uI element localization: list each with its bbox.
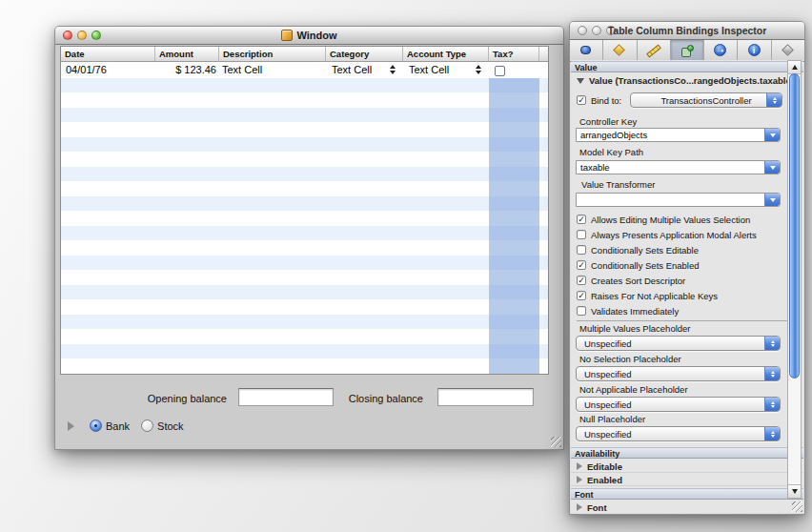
cell-account-type[interactable]: Text Cell [403,62,489,78]
popup-stepper-icon [390,65,396,74]
cell-tax[interactable] [489,62,539,78]
combo-arrow-icon[interactable] [764,161,780,174]
resize-grip[interactable] [792,501,802,512]
option-label: Creates Sort Descriptor [591,276,685,286]
option-row: ✓ Conditionally Sets Enabled [577,258,794,272]
applescript-icon [780,43,797,58]
bind-to-checkbox[interactable]: ✓ [577,95,586,105]
radio-bank[interactable] [90,419,102,432]
model-key-path-combo[interactable]: taxable [576,160,781,174]
option-row: ✓ Allows Editing Multiple Values Selecti… [577,213,794,226]
value-binding-title: Value (TransactionsCo...rangedObjects.ta… [589,75,794,86]
column-header-filler [539,47,548,61]
opening-balance-label: Opening balance [112,393,227,404]
tab-attributes[interactable] [570,40,603,61]
column-header-description[interactable]: Description [219,47,326,61]
option-row: ✓ Raises For Not Applicable Keys [577,289,794,302]
popup-stepper-icon [764,337,780,350]
tab-size[interactable] [638,40,671,61]
option-checkbox[interactable]: ✓ [577,291,586,300]
tab-applescript[interactable] [772,40,804,61]
cell-account-type-text: Text Cell [409,64,449,75]
radio-stock[interactable] [141,419,153,432]
combo-arrow-icon[interactable] [764,129,780,141]
selected-column-highlight [489,62,539,374]
column-header-category[interactable]: Category [326,47,403,61]
window-proxy-icon [281,30,293,41]
availability-enabled-row[interactable]: Enabled [571,474,803,486]
document-window: Window Date Amount Description Category … [54,26,564,450]
bind-to-label: Bind to: [591,95,621,106]
section-header-font[interactable]: Font [571,488,803,500]
option-checkbox[interactable] [577,245,586,255]
cell-category[interactable]: Text Cell [326,62,403,78]
cell-date[interactable]: 04/01/76 [61,62,155,78]
tab-connections[interactable]: ➝ [704,40,738,61]
value-binding-disclosure[interactable]: Value (TransactionsCo...rangedObjects.ta… [571,74,803,87]
not-applicable-placeholder-popup[interactable]: Unspecified [576,397,781,412]
cell-description[interactable]: Text Cell [219,62,326,78]
column-header-tax[interactable]: Tax? [489,47,539,61]
option-label: Always Presents Application Modal Alerts [591,230,757,240]
option-label: Validates Immediately [591,306,679,317]
inspector-titlebar[interactable]: Table Column Bindings Inspector [570,22,804,40]
inspector-window: Table Column Bindings Inspector ➝ i Valu… [569,21,805,515]
tax-checkbox[interactable] [495,66,505,76]
option-checkbox[interactable] [577,306,586,316]
bindings-icon [679,43,696,58]
bind-to-popup-value: TransactionsController [660,95,751,106]
combo-arrow-icon[interactable] [764,194,780,206]
option-row: Conditionally Sets Editable [577,243,794,256]
multiple-values-placeholder-popup[interactable]: Unspecified [576,336,781,351]
table-header-row: Date Amount Description Category Account… [61,47,548,62]
section-header-value[interactable]: Value [571,61,803,72]
resize-grip[interactable] [551,437,561,447]
window-title: Window [296,30,336,41]
up-arrow-icon [792,65,798,70]
availability-enabled-label: Enabled [587,475,622,485]
inspector-title: Table Column Bindings Inspector [608,25,767,36]
popup-stepper-icon [764,398,780,411]
controller-key-combo[interactable]: arrangedObjects [576,128,781,142]
popup-stepper-icon [764,367,780,380]
option-checkbox[interactable]: ✓ [577,260,586,270]
document-window-titlebar[interactable]: Window [55,27,563,45]
value-transformer-combo[interactable] [576,193,781,207]
effects-icon [611,43,628,58]
inspector-scrollbar[interactable] [787,60,802,499]
disclosure-open-icon [577,78,584,84]
tab-identity[interactable]: i [738,40,771,61]
scrollbar-thumb[interactable] [789,73,800,379]
tab-bindings[interactable] [671,40,704,61]
option-label: Raises For Not Applicable Keys [591,291,718,301]
null-placeholder-popup[interactable]: Unspecified [576,426,781,441]
down-arrow-icon [792,489,798,494]
option-checkbox[interactable]: ✓ [577,276,586,285]
scroll-up-button[interactable] [788,61,801,74]
model-key-path-label: Model Key Path [579,147,643,157]
tab-effects[interactable] [603,40,637,61]
section-header-availability[interactable]: Availability [571,447,803,459]
disclosure-triangle-icon[interactable] [68,421,74,431]
table-empty-rows[interactable] [61,78,548,374]
no-selection-placeholder-popup[interactable]: Unspecified [576,366,781,381]
disclosure-closed-icon [577,462,582,470]
popup-stepper-icon [476,65,482,74]
font-row[interactable]: Font [571,501,803,513]
table-row[interactable]: 04/01/76 $ 123.46 Text Cell Text Cell Te… [61,62,548,78]
option-checkbox[interactable]: ✓ [577,215,586,224]
closing-balance-field[interactable] [437,388,534,406]
popup-value: Unspecified [584,338,632,349]
option-label: Conditionally Sets Enabled [591,260,700,271]
option-checkbox[interactable] [577,230,586,239]
column-header-amount[interactable]: Amount [155,47,219,61]
scroll-down-button[interactable] [788,484,801,498]
value-transformer-label: Value Transformer [581,179,655,190]
column-header-date[interactable]: Date [61,47,155,61]
bind-to-popup[interactable]: TransactionsController [630,92,782,108]
cell-amount[interactable]: $ 123.46 [155,62,219,78]
availability-editable-row[interactable]: Editable [571,460,803,473]
controller-key-value: arrangedObjects [580,130,647,140]
font-label: Font [587,502,607,513]
column-header-account-type[interactable]: Account Type [403,47,489,61]
